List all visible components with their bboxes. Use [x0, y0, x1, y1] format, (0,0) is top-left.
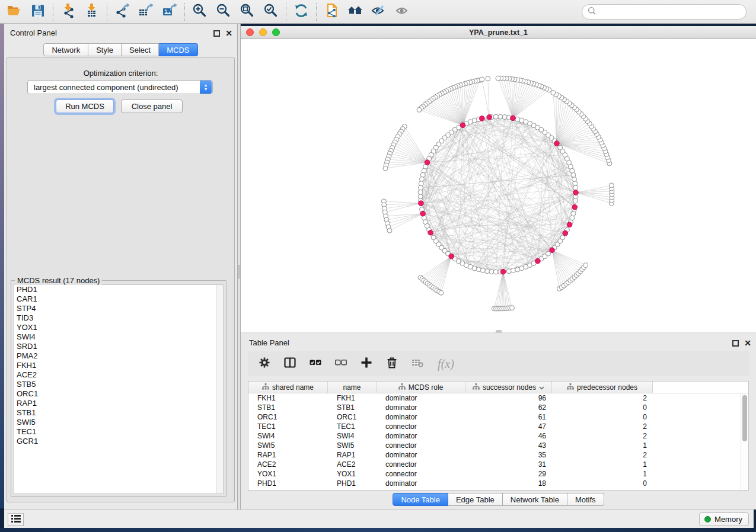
- tab-edge-table[interactable]: Edge Table: [448, 493, 503, 506]
- export-network-button[interactable]: [110, 2, 134, 22]
- tab-node-table[interactable]: Node Table: [393, 493, 448, 506]
- table-cell[interactable]: STB1: [328, 403, 377, 412]
- table-cell[interactable]: RAP1: [328, 450, 377, 460]
- export-image-button[interactable]: [158, 2, 181, 22]
- table-cell[interactable]: 2: [552, 431, 653, 441]
- close-panel-icon[interactable]: ✕: [744, 340, 751, 347]
- mcds-result-item[interactable]: RAP1: [14, 399, 223, 408]
- table-cell[interactable]: ACE2: [328, 460, 377, 469]
- splitter-grip[interactable]: [238, 265, 240, 278]
- mcds-result-item[interactable]: PHD1: [14, 285, 223, 294]
- tab-network-table[interactable]: Network Table: [503, 493, 567, 506]
- table-cell[interactable]: SWI5: [248, 441, 328, 450]
- table-row[interactable]: SWI4SWI4dominator462: [248, 431, 748, 441]
- table-row[interactable]: ACE2ACE2connector311: [248, 460, 748, 469]
- table-cell[interactable]: 2: [552, 393, 653, 403]
- float-panel-icon[interactable]: [732, 340, 739, 347]
- table-row[interactable]: RAP1RAP1dominator352: [248, 450, 748, 460]
- network-window-titlebar[interactable]: YPA_prune.txt_1: [241, 26, 756, 39]
- table-cell[interactable]: 29: [465, 469, 552, 479]
- mcds-result-item[interactable]: STB1: [14, 408, 223, 418]
- table-cell[interactable]: ORC1: [248, 412, 328, 422]
- scrollbar-thumb[interactable]: [742, 395, 747, 441]
- table-row[interactable]: PHD1PHD1dominator180: [248, 479, 748, 488]
- table-cell[interactable]: SWI5: [328, 441, 377, 450]
- table-cell[interactable]: PHD1: [248, 479, 328, 488]
- memory-button[interactable]: Memory: [699, 512, 749, 526]
- table-cell[interactable]: TEC1: [248, 422, 328, 431]
- table-cell[interactable]: dominator: [377, 431, 465, 441]
- close-panel-button[interactable]: Close panel: [121, 100, 183, 113]
- mcds-result-item[interactable]: STB5: [14, 380, 223, 389]
- table-row[interactable]: STB1STB1dominator620: [248, 403, 748, 412]
- table-cell[interactable]: connector: [377, 441, 465, 450]
- table-cell[interactable]: dominator: [377, 393, 465, 403]
- table-scrollbar[interactable]: [741, 393, 748, 490]
- search-box[interactable]: [582, 4, 747, 20]
- criterion-dropdown[interactable]: largest connected component (undirected)…: [27, 80, 213, 94]
- table-row[interactable]: SWI5SWI5connector431: [248, 441, 748, 450]
- export-table-button[interactable]: [134, 2, 158, 22]
- tab-select[interactable]: Select: [122, 43, 159, 56]
- table-cell[interactable]: ACE2: [248, 460, 328, 469]
- mcds-list-scrollbar[interactable]: [216, 285, 223, 493]
- tab-motifs[interactable]: Motifs: [567, 493, 604, 506]
- table-cell[interactable]: 1: [552, 469, 653, 479]
- table-cell[interactable]: 96: [465, 393, 552, 403]
- refresh-button[interactable]: [289, 2, 313, 22]
- mcds-result-item[interactable]: ACE2: [14, 370, 223, 380]
- open-button[interactable]: [2, 2, 26, 22]
- table-row[interactable]: YOX1YOX1connector291: [248, 469, 748, 479]
- mcds-result-item[interactable]: CAR1: [14, 294, 223, 304]
- network-canvas[interactable]: [241, 39, 756, 332]
- column-header-predecessor-nodes[interactable]: predecessor nodes: [552, 382, 653, 393]
- table-cell[interactable]: SWI4: [248, 431, 328, 441]
- mcds-result-item[interactable]: YOX1: [14, 323, 223, 332]
- mcds-result-item[interactable]: SWI4: [14, 332, 223, 342]
- save-button[interactable]: [26, 2, 50, 22]
- table-cell[interactable]: connector: [377, 469, 465, 479]
- hide-selected-button[interactable]: [367, 2, 391, 22]
- network-graph[interactable]: [241, 39, 756, 332]
- table-cell[interactable]: RAP1: [248, 450, 328, 460]
- mcds-result-item[interactable]: TEC1: [14, 427, 223, 437]
- deselect-all-button[interactable]: [334, 357, 348, 371]
- table-cell[interactable]: 43: [465, 441, 552, 450]
- show-all-button[interactable]: [391, 2, 414, 22]
- zoom-out-button[interactable]: [212, 2, 235, 22]
- table-cell[interactable]: 18: [465, 479, 552, 488]
- tab-network[interactable]: Network: [43, 43, 88, 56]
- table-cell[interactable]: connector: [377, 422, 465, 431]
- table-cell[interactable]: YOX1: [248, 469, 328, 479]
- table-cell[interactable]: 2: [552, 422, 653, 431]
- import-network-button[interactable]: [56, 2, 80, 22]
- mcds-result-list[interactable]: PHD1CAR1STP4TID3YOX1SWI4SRD1PMA2FKH1ACE2…: [14, 284, 224, 494]
- mcds-result-item[interactable]: SWI5: [14, 418, 223, 427]
- add-column-button[interactable]: [359, 357, 374, 371]
- zoom-fit-button[interactable]: [235, 2, 259, 22]
- table-cell[interactable]: 1: [552, 460, 653, 469]
- table-cell[interactable]: 46: [465, 431, 552, 441]
- table-cell[interactable]: SWI4: [328, 431, 377, 441]
- tab-style[interactable]: Style: [88, 43, 122, 56]
- node-table[interactable]: shared namenameMCDS rolesuccessor nodesp…: [248, 381, 749, 491]
- table-cell[interactable]: 61: [465, 412, 552, 422]
- table-cell[interactable]: 0: [552, 403, 653, 412]
- first-neighbors-button[interactable]: [343, 2, 367, 22]
- mcds-result-item[interactable]: TID3: [14, 313, 223, 323]
- table-cell[interactable]: dominator: [377, 479, 465, 488]
- table-cell[interactable]: 35: [465, 450, 552, 460]
- table-cell[interactable]: dominator: [377, 403, 465, 412]
- zoom-selected-button[interactable]: [259, 2, 283, 22]
- table-cell[interactable]: 31: [465, 460, 552, 469]
- column-header-successor-nodes[interactable]: successor nodes: [465, 382, 552, 393]
- task-history-button[interactable]: [8, 513, 24, 526]
- splitter-grip[interactable]: [496, 330, 502, 333]
- import-table-button[interactable]: [80, 2, 104, 22]
- table-cell[interactable]: 1: [552, 441, 653, 450]
- mcds-result-item[interactable]: ORC1: [14, 389, 223, 399]
- mcds-result-item[interactable]: STP4: [14, 304, 223, 313]
- column-header-MCDS-role[interactable]: MCDS role: [377, 382, 465, 393]
- table-cell[interactable]: connector: [377, 460, 465, 469]
- float-panel-icon[interactable]: [213, 30, 220, 37]
